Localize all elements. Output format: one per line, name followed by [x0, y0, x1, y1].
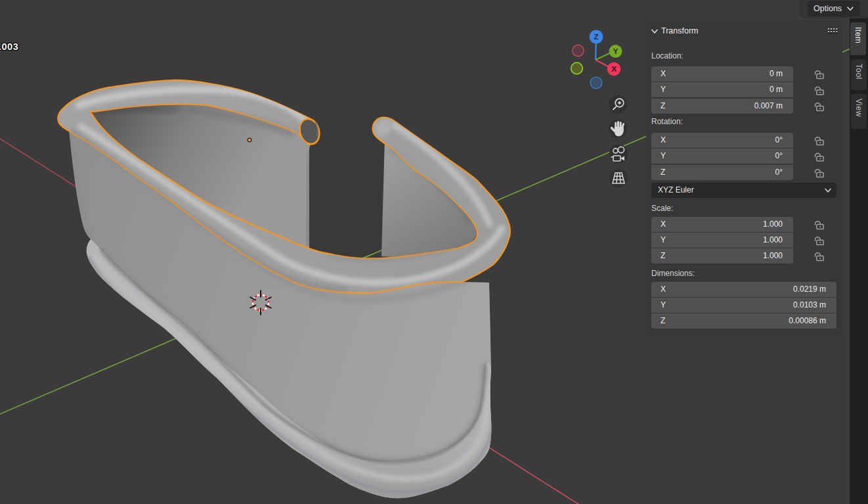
svg-text:X: X — [611, 65, 617, 73]
svg-text:Y: Y — [613, 47, 618, 55]
svg-text:Z: Z — [594, 33, 598, 41]
